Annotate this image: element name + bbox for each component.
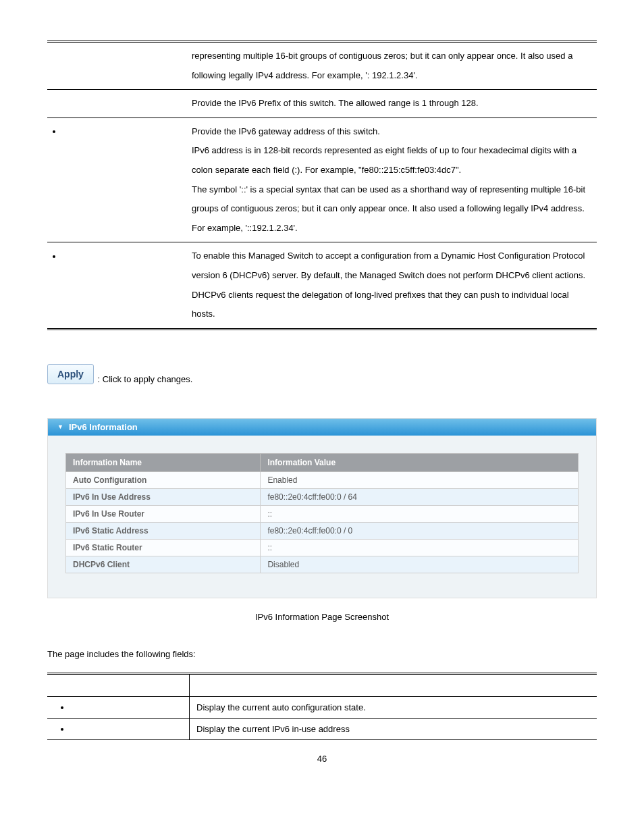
- info-name-cell: IPv6 Static Address: [66, 522, 261, 539]
- apply-hint: : Click to apply changes.: [98, 374, 193, 384]
- info-name-cell: IPv6 Static Router: [66, 539, 261, 556]
- object-cell: [47, 718, 190, 739]
- table-row: Display the current auto configuration s…: [47, 696, 597, 718]
- figure-caption: IPv6 Information Page Screenshot: [47, 612, 597, 622]
- table-row: IPv6 In Use Router::: [66, 505, 579, 522]
- fields-intro: The page includes the following fields:: [47, 649, 597, 659]
- table-row: Auto ConfigurationEnabled: [66, 471, 579, 488]
- info-value-cell: Disabled: [261, 556, 579, 573]
- description-cell: Provide the IPv6 Prefix of this switch. …: [186, 90, 597, 118]
- description-cell: Provide the IPv6 gateway address of this…: [186, 118, 597, 242]
- info-name-cell: DHCPv6 Client: [66, 556, 261, 573]
- page-number: 46: [47, 754, 597, 764]
- panel-header[interactable]: ▼ IPv6 Information: [48, 419, 596, 436]
- table-row: DHCPv6 ClientDisabled: [66, 556, 579, 573]
- table-row: IPv6 Static Addressfe80::2e0:4cff:fe00:0…: [66, 522, 579, 539]
- description-cell: representing multiple 16-bit groups of c…: [186, 42, 597, 90]
- info-value-cell: fe80::2e0:4cff:fe00:0 / 0: [261, 522, 579, 539]
- description-table: representing multiple 16-bit groups of c…: [47, 41, 597, 330]
- collapse-icon: ▼: [57, 423, 63, 430]
- info-header-value: Information Value: [261, 453, 579, 471]
- table-row: IPv6 Static Router::: [66, 539, 579, 556]
- info-name-cell: Auto Configuration: [66, 471, 261, 488]
- table-row: IPv6 In Use Addressfe80::2e0:4cff:fe00:0…: [66, 488, 579, 505]
- bullet-icon: [61, 728, 63, 731]
- panel-title: IPv6 Information: [69, 422, 138, 432]
- info-table: Information Name Information Value Auto …: [65, 453, 579, 573]
- description-cell: Display the current auto configuration s…: [190, 696, 597, 718]
- object-cell: [47, 242, 186, 329]
- object-cell: [47, 118, 186, 242]
- object-cell: [47, 696, 190, 718]
- info-header-name: Information Name: [66, 453, 261, 471]
- bullet-icon: [53, 255, 55, 258]
- object-cell: [47, 90, 186, 118]
- info-value-cell: Enabled: [261, 471, 579, 488]
- info-name-cell: IPv6 In Use Address: [66, 488, 261, 505]
- apply-button[interactable]: Apply: [47, 364, 94, 384]
- description-cell: To enable this Managed Switch to accept …: [186, 242, 597, 329]
- table-row: Display the current IPv6 in-use address: [47, 718, 597, 739]
- info-value-cell: ::: [261, 505, 579, 522]
- object-cell: [47, 42, 186, 90]
- info-value-cell: fe80::2e0:4cff:fe00:0 / 64: [261, 488, 579, 505]
- bullet-icon: [53, 130, 55, 133]
- description-cell: Display the current IPv6 in-use address: [190, 718, 597, 739]
- info-value-cell: ::: [261, 539, 579, 556]
- buttons-row: Apply : Click to apply changes.: [47, 364, 597, 384]
- info-name-cell: IPv6 In Use Router: [66, 505, 261, 522]
- ipv6-information-panel: ▼ IPv6 Information Information Name Info…: [47, 418, 597, 598]
- bullet-icon: [61, 706, 63, 709]
- fields-table: Display the current auto configuration s…: [47, 673, 597, 740]
